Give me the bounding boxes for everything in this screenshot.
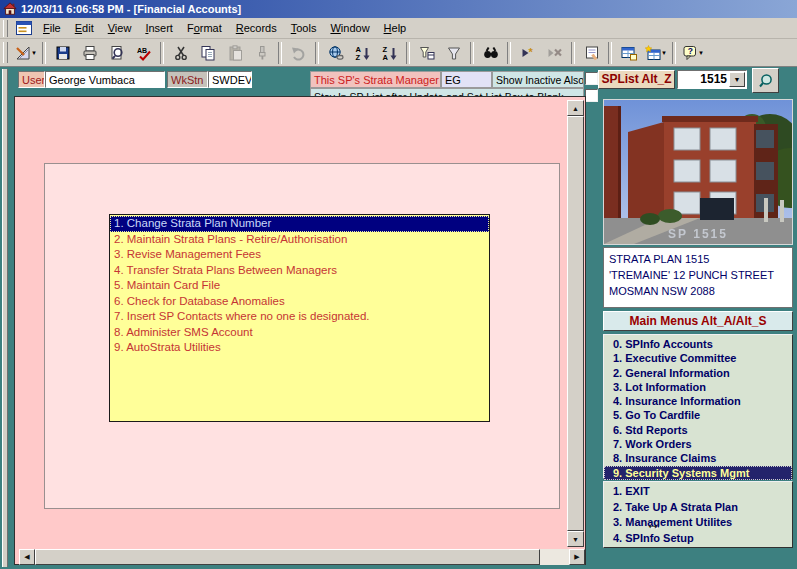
menu-window[interactable]: Window <box>323 19 376 38</box>
menu-bar: FileEditViewInsertFormatRecordsToolsWind… <box>0 18 797 39</box>
sort-descending-icon: ZA <box>382 45 398 61</box>
info-line-1: STRATA PLAN 1515 <box>609 251 787 267</box>
show-inactive-checkbox[interactable] <box>585 72 598 85</box>
cut-button[interactable] <box>168 41 193 65</box>
svg-text:A: A <box>382 53 388 61</box>
horizontal-scroll-thumb[interactable] <box>35 549 540 565</box>
sort-ascending-icon: AZ <box>355 45 371 61</box>
dropdown-arrow-icon[interactable]: ▾ <box>662 49 666 57</box>
print-preview-button[interactable] <box>104 41 129 65</box>
toolbar-drag-handle[interactable] <box>3 42 8 63</box>
svg-text:?: ? <box>688 46 693 56</box>
sp-number-value: 1515 <box>700 72 727 86</box>
sidebar-menu-item-8[interactable]: 8. Insurance Claims <box>604 451 792 465</box>
dropdown-arrow-icon[interactable]: ▾ <box>32 49 36 57</box>
filter-by-form-button[interactable] <box>414 41 439 65</box>
design-view-button[interactable]: ▾ <box>13 41 38 65</box>
menu-insert[interactable]: Insert <box>138 19 180 38</box>
toolbar-separator <box>571 42 575 64</box>
form-view-icon[interactable] <box>16 21 32 35</box>
find-button[interactable] <box>478 41 503 65</box>
save-button[interactable] <box>50 41 75 65</box>
spelling-button[interactable]: AB <box>131 41 156 65</box>
undo-icon <box>291 45 307 61</box>
menu-edit[interactable]: Edit <box>68 19 101 38</box>
print-preview-icon <box>109 45 125 61</box>
svg-text:AB: AB <box>137 46 147 53</box>
sidebar-menu2-item-2[interactable]: 3. Management Utilites <box>604 515 792 531</box>
utilities-menu-item-5[interactable]: 6. Check for Database Anomalies <box>110 294 489 310</box>
sidebar-menu-item-0[interactable]: 0. SPInfo Accounts <box>604 337 792 351</box>
utilities-menu-item-6[interactable]: 7. Insert SP Contacts where no one is de… <box>110 309 489 325</box>
workstation-label: WkStn <box>167 71 208 88</box>
database-window-button[interactable] <box>616 41 641 65</box>
toolbar-buttons: ▾ABAZZA*▾?▾ <box>12 41 706 65</box>
menubar-drag-handle[interactable] <box>3 20 8 37</box>
scroll-up-button[interactable]: ▲ <box>567 100 584 116</box>
sidebar-menu2-item-0[interactable]: 1. EXIT <box>604 484 792 500</box>
sidebar-menu-item-6[interactable]: 6. Std Reports <box>604 423 792 437</box>
toolbar-separator <box>507 42 511 64</box>
new-record-button[interactable]: * <box>515 41 540 65</box>
scroll-left-button[interactable]: ◀ <box>19 549 35 565</box>
paste-button <box>222 41 247 65</box>
utilities-menu-item-1[interactable]: 2. Maintain Strata Plans - Retire/Author… <box>110 232 489 248</box>
filter-by-form-icon <box>419 45 435 61</box>
sidebar-menu2-item-1[interactable]: 2. Take Up A Strata Plan <box>604 500 792 516</box>
sidebar-menu-item-1[interactable]: 1. Executive Committee <box>604 351 792 365</box>
menu-records[interactable]: Records <box>229 19 284 38</box>
insert-hyperlink-button[interactable] <box>323 41 348 65</box>
sort-descending-button[interactable]: ZA <box>377 41 402 65</box>
search-button[interactable] <box>752 68 779 93</box>
menu-file[interactable]: File <box>36 19 68 38</box>
toolbar-separator <box>315 42 319 64</box>
properties-icon <box>584 45 600 61</box>
apply-filter-button[interactable] <box>441 41 466 65</box>
sp-number-combo[interactable]: 1515 ▼ <box>677 70 747 89</box>
utilities-menu-item-4[interactable]: 5. Maintain Card File <box>110 278 489 294</box>
sidebar-menu-item-7[interactable]: 7. Work Orders <box>604 437 792 451</box>
menu-format[interactable]: Format <box>180 19 229 38</box>
sidebar-menu-item-2[interactable]: 2. General Information <box>604 366 792 380</box>
help-button[interactable]: ?▾ <box>680 41 705 65</box>
menu-view[interactable]: View <box>101 19 139 38</box>
vertical-scrollbar[interactable]: ▲ ▼ <box>567 100 584 547</box>
scroll-down-button[interactable]: ▼ <box>567 531 584 547</box>
magnifier-icon <box>758 73 774 89</box>
stay-in-list-checkbox[interactable] <box>585 89 598 102</box>
scroll-right-button[interactable]: ▶ <box>569 549 585 565</box>
dropdown-arrow-icon[interactable]: ▾ <box>699 49 703 57</box>
sidebar-menu-item-3[interactable]: 3. Lot Information <box>604 380 792 394</box>
sidebar-menu-primary: 0. SPInfo Accounts1. Executive Committee… <box>603 334 793 479</box>
sidebar-menu2-item-3[interactable]: 4. SPInfo Setup <box>604 531 792 547</box>
sidebar-menu-item-5[interactable]: 5. Go To Cardfile <box>604 408 792 422</box>
menu-help[interactable]: Help <box>377 19 414 38</box>
vertical-scroll-thumb[interactable] <box>567 116 584 531</box>
sidebar-menu-secondary: 1. EXIT2. Take Up A Strata Plan3. Manage… <box>603 481 793 548</box>
new-object-button[interactable]: ▾ <box>643 41 668 65</box>
sidebar-menu-item-4[interactable]: 4. Insurance Information <box>604 394 792 408</box>
help-icon: ? <box>682 45 698 61</box>
sidebar-menu-item-9[interactable]: 9. Security Systems Mgmt <box>604 466 792 480</box>
workstation-field[interactable]: SWDEVNTEL <box>208 71 252 88</box>
utilities-menu-item-3[interactable]: 4. Transfer Strata Plans Between Manager… <box>110 263 489 279</box>
main-menus-header: Main Menus Alt_A/Alt_S <box>603 311 793 331</box>
toolbar: ▾ABAZZA*▾?▾ <box>0 39 797 67</box>
print-button[interactable] <box>77 41 102 65</box>
properties-button[interactable] <box>579 41 604 65</box>
menubar-items: FileEditViewInsertFormatRecordsToolsWind… <box>36 19 413 38</box>
menu-tools[interactable]: Tools <box>284 19 324 38</box>
utilities-menu-item-7[interactable]: 8. Administer SMS Account <box>110 325 489 341</box>
splist-button[interactable]: SPList Alt_Z <box>598 70 675 89</box>
utilities-menu-item-0[interactable]: 1. Change Strata Plan Number <box>110 216 489 232</box>
user-field[interactable]: George Vumbaca <box>45 71 165 88</box>
combo-dropdown-button[interactable]: ▼ <box>729 72 745 87</box>
horizontal-scrollbar[interactable]: ◀ ▶ <box>19 549 585 565</box>
utilities-menu-item-2[interactable]: 3. Revise Management Fees <box>110 247 489 263</box>
copy-button[interactable] <box>195 41 220 65</box>
sort-ascending-button[interactable]: AZ <box>350 41 375 65</box>
info-line-3: MOSMAN NSW 2088 <box>609 283 787 299</box>
toolbar-separator <box>406 42 410 64</box>
sp-manager-field[interactable]: EG <box>441 71 492 88</box>
utilities-menu-item-8[interactable]: 9. AutoStrata Utilities <box>110 340 489 356</box>
